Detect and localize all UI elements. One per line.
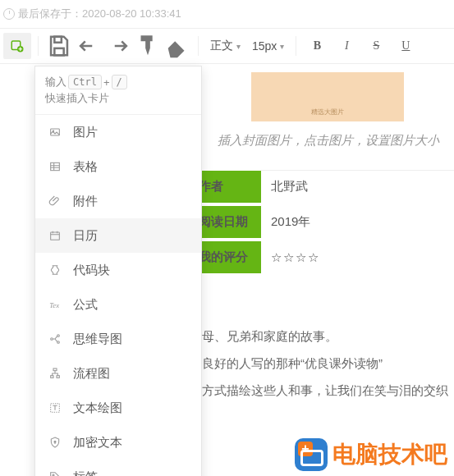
hint-suffix: 快速插入卡片 [45, 91, 109, 106]
svg-rect-6 [51, 162, 60, 170]
bold-button[interactable]: B [303, 33, 331, 59]
strikethrough-button[interactable]: S [362, 33, 390, 59]
svg-rect-3 [54, 48, 63, 56]
body-text[interactable]: 母、兄弟和家庭的故事。 良好的人写的那种“优良课外读物” 方式描绘这些人和事，让… [202, 323, 454, 404]
watermark: 电脑技术吧 [295, 438, 447, 471]
body-line: 良好的人写的那种“优良课外读物” [202, 350, 454, 377]
dropdown-item-label: 代码块 [73, 263, 110, 278]
clock-icon [3, 8, 15, 20]
format-paint-button[interactable] [134, 33, 162, 59]
insert-textdraw-item[interactable]: 文本绘图 [35, 391, 201, 425]
svg-rect-7 [51, 232, 60, 240]
chevron-down-icon: ▾ [280, 42, 284, 51]
svg-text:Tex: Tex [49, 301, 59, 309]
underline-button[interactable]: U [392, 33, 420, 59]
last-saved-text: 最后保存于：2020-08-20 10:33:41 [18, 7, 181, 21]
dropdown-list: 图片表格附件日历代码块Tex公式思维导图流程图文本绘图加密文本标签投票引入 [35, 115, 201, 476]
code-icon [47, 262, 63, 278]
formula-icon: Tex [47, 296, 63, 313]
dropdown-item-label: 日历 [73, 228, 98, 244]
svg-rect-14 [57, 376, 59, 378]
undo-button[interactable] [75, 33, 103, 59]
image-icon [47, 124, 63, 140]
insert-card-button[interactable] [3, 33, 31, 59]
dropdown-item-label: 图片 [73, 125, 98, 140]
info-table: 作者 北野武 阅读日期 2019年 我的评分 ☆☆☆☆ [189, 170, 454, 277]
flowchart-icon [47, 365, 63, 382]
font-size-select[interactable]: 15px ▾ [247, 36, 289, 56]
kbd-ctrl: Ctrl [68, 75, 102, 89]
clear-format-button[interactable] [163, 33, 191, 59]
insert-mindmap-item[interactable]: 思维导图 [35, 322, 201, 356]
table-cell-author[interactable]: 北野武 [261, 171, 454, 205]
svg-point-5 [53, 130, 53, 131]
redo-button[interactable] [104, 33, 132, 59]
dropdown-item-label: 表格 [73, 159, 98, 175]
textdraw-icon [47, 400, 63, 416]
table-row: 作者 北野武 [189, 171, 454, 205]
svg-rect-13 [51, 376, 53, 378]
hint-plus: + [103, 76, 110, 89]
insert-tag-item[interactable]: 标签 [35, 460, 201, 476]
attachment-icon [47, 193, 63, 209]
table-cell-read-date[interactable]: 2019年 [261, 204, 454, 240]
chevron-down-icon: ▾ [236, 42, 241, 51]
insert-encrypt-item[interactable]: 加密文本 [35, 425, 201, 460]
editor-toolbar: 正文 ▾ 15px ▾ B I S U [0, 28, 454, 64]
watermark-icon [295, 438, 328, 471]
tag-icon [47, 469, 63, 476]
calendar-icon [47, 227, 63, 244]
cover-caption: 插入封面图片，点击图片，设置图片大小 [202, 133, 454, 149]
hint-prefix: 输入 [45, 75, 66, 89]
table-row: 我的评分 ☆☆☆☆ [189, 240, 454, 275]
dropdown-item-label: 加密文本 [73, 435, 122, 451]
font-size-label: 15px [252, 39, 277, 53]
dropdown-hint: 输入 Ctrl + / 快速插入卡片 [35, 66, 201, 115]
insert-table-item[interactable]: 表格 [35, 149, 201, 184]
svg-point-11 [57, 341, 60, 344]
body-line: 母、兄弟和家庭的故事。 [202, 323, 454, 350]
insert-formula-item[interactable]: Tex公式 [35, 287, 201, 322]
cover-placeholder-text: 精选大图片 [311, 108, 344, 117]
mindmap-icon [47, 331, 63, 347]
cover-image-placeholder[interactable]: 精选大图片 [251, 72, 404, 121]
separator [198, 36, 199, 56]
separator [38, 36, 39, 56]
watermark-text: 电脑技术吧 [332, 439, 447, 470]
paragraph-style-label: 正文 [210, 39, 233, 53]
table-icon [47, 158, 63, 175]
separator [296, 36, 296, 56]
svg-point-10 [57, 335, 60, 337]
svg-point-9 [51, 338, 53, 341]
insert-code-item[interactable]: 代码块 [35, 253, 201, 287]
kbd-slash: / [112, 75, 127, 89]
svg-rect-12 [53, 368, 57, 371]
body-line: 方式描绘这些人和事，让我们在笑与泪的交织 [202, 377, 454, 404]
encrypt-icon [47, 434, 63, 451]
dropdown-item-label: 思维导图 [73, 332, 122, 347]
table-row: 阅读日期 2019年 [189, 204, 454, 240]
insert-attachment-item[interactable]: 附件 [35, 184, 201, 218]
insert-flowchart-item[interactable]: 流程图 [35, 356, 201, 391]
dropdown-item-label: 公式 [73, 297, 98, 313]
save-button[interactable] [45, 33, 73, 59]
paragraph-style-select[interactable]: 正文 ▾ [205, 35, 245, 57]
italic-button[interactable]: I [332, 33, 360, 59]
insert-card-dropdown: 输入 Ctrl + / 快速插入卡片 图片表格附件日历代码块Tex公式思维导图流… [34, 66, 202, 476]
table-cell-rating[interactable]: ☆☆☆☆ [261, 240, 454, 275]
svg-rect-2 [54, 37, 62, 43]
dropdown-item-label: 流程图 [73, 366, 110, 382]
dropdown-item-label: 附件 [73, 194, 98, 209]
dropdown-item-label: 标签 [73, 469, 98, 477]
dropdown-item-label: 文本绘图 [73, 400, 122, 416]
last-saved-label: 最后保存于：2020-08-20 10:33:41 [0, 0, 454, 28]
insert-image-item[interactable]: 图片 [35, 115, 201, 149]
insert-calendar-item[interactable]: 日历 [35, 218, 201, 253]
